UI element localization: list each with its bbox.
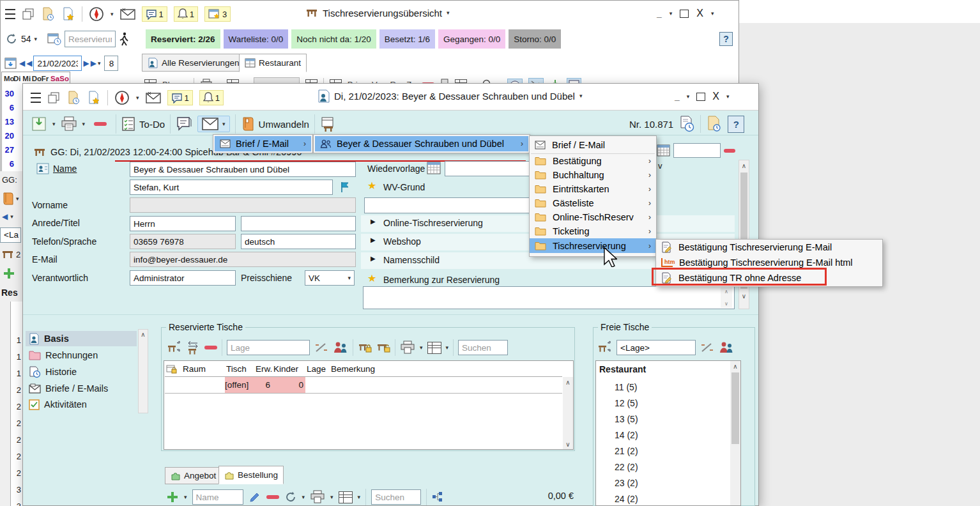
document-star-icon[interactable]: [61, 7, 75, 21]
menu-item-online-tischreserv[interactable]: Online-TischReserv›: [530, 210, 656, 224]
spinner-up-icon[interactable]: ∧: [724, 289, 728, 295]
add-icon[interactable]: [3, 267, 15, 280]
cell-kinder[interactable]: 0: [272, 377, 305, 393]
dialog-close-dropdown-icon[interactable]: ▾: [726, 94, 730, 100]
telefon-input[interactable]: [130, 234, 236, 249]
free-lage-input[interactable]: [616, 340, 696, 355]
name-input[interactable]: [130, 162, 356, 177]
dialog-menu-icon[interactable]: [31, 93, 41, 103]
status-chip-reserviert[interactable]: Reserviert: 2/26: [146, 29, 220, 49]
dialog-mail-icon[interactable]: [146, 91, 161, 104]
add-item-button[interactable]: [166, 491, 179, 503]
calendar-download-icon[interactable]: [4, 56, 18, 70]
cell-tisch[interactable]: [offen]: [225, 377, 254, 393]
guests-icon[interactable]: [333, 341, 348, 354]
unlock-table-icon[interactable]: [376, 341, 390, 355]
free-table-item[interactable]: 23 (2): [615, 475, 638, 491]
dialog-document-star-icon[interactable]: [87, 91, 101, 105]
sidebar-item-basis[interactable]: Basis: [26, 331, 137, 346]
tab-angebot[interactable]: Angebot: [165, 467, 222, 484]
printer-icon[interactable]: [400, 341, 415, 355]
free-table-item[interactable]: 14 (2): [615, 427, 638, 443]
guests-icon[interactable]: [719, 341, 734, 354]
collapse-dropdown-icon[interactable]: ▾: [10, 214, 13, 220]
columns-icon[interactable]: [339, 491, 353, 503]
status-chip-warteliste[interactable]: Warteliste: 0/0: [224, 29, 289, 49]
remove-item-button[interactable]: [266, 495, 279, 499]
help-button[interactable]: ?: [719, 32, 733, 46]
name-label[interactable]: Name: [53, 164, 77, 174]
reserved-search-input[interactable]: [458, 340, 508, 355]
print-dropdown-icon[interactable]: ▾: [82, 121, 86, 127]
lage-input[interactable]: [227, 340, 310, 355]
free-table-item[interactable]: 11 (5): [615, 379, 638, 395]
dialog-navigator-icon[interactable]: [114, 90, 130, 105]
navigator-icon[interactable]: [89, 6, 104, 22]
bemerkung-textarea[interactable]: [363, 286, 735, 309]
free-table-item[interactable]: 13 (5): [615, 411, 638, 427]
minimize-dropdown-icon[interactable]: ▾: [670, 11, 673, 17]
book-icon[interactable]: [1, 192, 14, 206]
cell-erw[interactable]: 6: [254, 377, 272, 393]
menu-item-gaesteliste[interactable]: Gästeliste›: [530, 196, 656, 210]
menu-item-tischreservierung[interactable]: Tischreservierung›: [530, 238, 656, 253]
navigator-dropdown-icon[interactable]: ▾: [111, 12, 114, 17]
menu-path-brief-email[interactable]: Brief / E-Mail ›: [215, 136, 311, 151]
menu-item-brief-email[interactable]: Brief / E-Mail: [530, 136, 656, 153]
refresh-dropdown-icon[interactable]: ▾: [34, 36, 38, 42]
remove-table-button[interactable]: [204, 346, 217, 349]
windows-icon[interactable]: [22, 8, 34, 20]
column-lage[interactable]: Lage: [307, 364, 331, 374]
comments-badge[interactable]: 1: [142, 6, 167, 22]
section-namensschild[interactable]: Namensschild: [383, 255, 440, 265]
umwandeln-button[interactable]: Umwandeln: [241, 116, 309, 132]
todo-button[interactable]: To-Do: [121, 116, 165, 132]
free-table-item[interactable]: 21 (2): [615, 443, 638, 459]
expand-arrow-icon[interactable]: ▶: [371, 218, 376, 225]
calendar-grid-icon[interactable]: [427, 161, 441, 175]
clear-filter-icon[interactable]: [700, 342, 714, 353]
save-import-button[interactable]: [31, 116, 47, 132]
dialog-close-button[interactable]: X: [712, 91, 719, 102]
free-table-item[interactable]: 12 (5): [615, 395, 638, 411]
sidebar-scrollbar[interactable]: ∧: [138, 329, 148, 413]
collapse-icon[interactable]: ◀: [2, 212, 8, 221]
book-dropdown-icon[interactable]: ▾: [16, 196, 19, 202]
free-scrollbar[interactable]: ∧: [730, 361, 740, 505]
mail-icon[interactable]: [120, 8, 135, 20]
column-raum[interactable]: Raum: [183, 364, 215, 374]
events-badge[interactable]: 3: [204, 6, 231, 22]
column-erw[interactable]: Erw.: [256, 364, 273, 374]
columns-dropdown-icon[interactable]: ▾: [446, 345, 449, 351]
maximize-button[interactable]: [680, 10, 689, 18]
lock-column-icon[interactable]: [165, 364, 183, 374]
calendar-date[interactable]: 13: [0, 115, 14, 129]
status-chip-storno[interactable]: Storno: 0/0: [509, 29, 561, 49]
section-online-tischreservierung[interactable]: Online-Tischreservierung: [383, 218, 483, 228]
free-table-item[interactable]: 22 (2): [615, 459, 638, 475]
alerts-badge[interactable]: 1: [174, 6, 198, 22]
sort-tables-icon[interactable]: [167, 341, 181, 355]
refresh-dropdown-icon[interactable]: ▾: [302, 494, 305, 500]
prev-day-icon[interactable]: ◀: [26, 59, 32, 68]
walk-in-icon[interactable]: [119, 32, 129, 46]
week-count-box[interactable]: [104, 56, 118, 71]
status-chip-nochnichtda[interactable]: Noch nicht da: 1/20: [291, 29, 376, 49]
columns-icon[interactable]: [427, 342, 441, 354]
menu-item-bestaetigung-tr-email[interactable]: Bestätigung Tischreservierung E-Mail: [656, 240, 882, 255]
vorname-input[interactable]: [130, 197, 356, 213]
notes-button[interactable]: [176, 116, 192, 132]
edit-pencil-icon[interactable]: [249, 491, 261, 503]
dialog-title-dropdown-icon[interactable]: ▾: [579, 93, 583, 99]
table-plan-button[interactable]: [320, 116, 337, 132]
date-dropdown-icon[interactable]: ▾: [98, 61, 101, 66]
reservation-search-input[interactable]: [65, 31, 116, 47]
dialog-document-clock-icon[interactable]: [66, 91, 80, 105]
printer-icon[interactable]: [310, 490, 325, 504]
close-button[interactable]: X: [696, 8, 703, 19]
swap-tables-icon[interactable]: [186, 341, 200, 355]
prev-year-icon[interactable]: ◀: [19, 59, 25, 68]
dialog-minimize-dropdown-icon[interactable]: ▾: [687, 94, 690, 100]
reserved-scrollbar[interactable]: ∧ ∨: [563, 377, 573, 449]
lock-table-icon[interactable]: [358, 341, 372, 355]
